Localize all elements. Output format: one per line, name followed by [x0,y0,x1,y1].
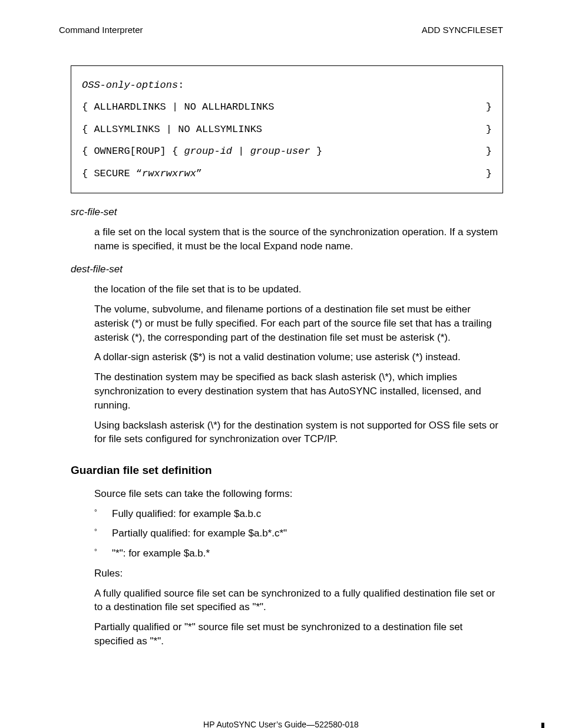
code-title: OSS-only-options: [82,74,492,96]
definition-text: A dollar-sign asterisk ($*) is not a val… [94,350,503,364]
code-row: { SECURE “rwxrwxrwx” } [82,163,492,185]
list-item: ° Partially qualified: for example $a.b*… [94,526,503,541]
page-footer: HP AutoSYNC User’s Guide—522580-018 8-9 [59,719,503,728]
body-text: Partially qualified or "*" source file s… [94,620,503,648]
list-item: ° "*": for example $a.b.* [94,546,503,561]
header-right: ADD SYNCFILESET [422,24,503,36]
code-row: { ALLSYMLINKS | NO ALLSYMLINKS } [82,118,492,140]
header-left: Command Interpreter [59,24,143,36]
page-header: Command Interpreter ADD SYNCFILESET [59,24,503,36]
bullet-icon: ° [94,526,112,537]
body-text: Rules: [94,566,503,581]
term-dest-file-set: dest-file-set [71,262,503,276]
bullet-icon: ° [94,507,112,518]
change-bar-icon [541,723,544,728]
list-item: ° Fully qualified: for example $a.b.c [94,507,503,521]
definition-text: The destination system may be specified … [94,370,503,412]
bullet-list: ° Fully qualified: for example $a.b.c ° … [94,507,503,561]
body-text: Source file sets can take the following … [94,487,503,501]
syntax-box: OSS-only-options: { ALLHARDLINKS | NO AL… [71,65,503,193]
definition-text: a file set on the local system that is t… [94,225,503,253]
code-row: { OWNERG[ROUP] { group-id | group-user }… [82,140,492,162]
code-row: { ALLHARDLINKS | NO ALLHARDLINKS } [82,96,492,118]
definition-text: Using backslash asterisk (\*) for the de… [94,419,503,447]
bullet-icon: ° [94,546,112,557]
definition-text: the location of the file set that is to … [94,282,503,297]
definition-text: The volume, subvolume, and filename port… [94,302,503,344]
section-heading: Guardian file set definition [71,463,503,479]
body-text: A fully qualified source file set can be… [94,587,503,615]
footer-title: HP AutoSYNC User’s Guide—522580-018 [59,719,503,728]
term-src-file-set: src-file-set [71,205,503,219]
